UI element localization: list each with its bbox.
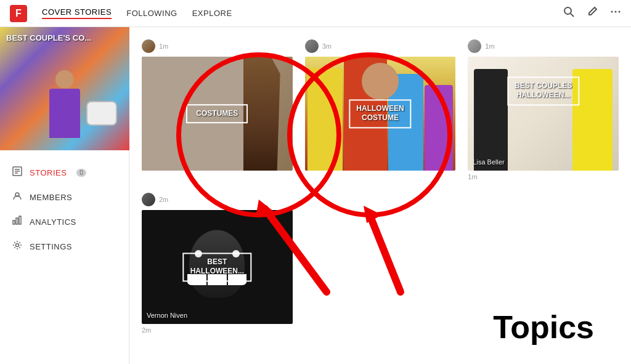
sidebar-item-settings[interactable]: SETTINGS [0,234,129,259]
sidebar-menu: STORIES 0 MEMBERS [0,150,129,269]
story-card-halloween[interactable]: 3m HALLOWEEN COSTUME [305,39,456,180]
time-costumes: 1m [159,42,168,50]
search-button[interactable] [563,6,574,20]
story-card-best-couples[interactable]: 1m BEST COUPLES HALLOWEEN... Lisa Beller… [468,39,619,180]
time-halloween: 3m [322,42,332,50]
edit-button[interactable] [587,6,598,20]
main-content: 1m COSTUMES 3m [129,27,631,364]
thumb-best-halloween: BEST HALLOWEEN... Vernon Niven [142,210,293,324]
sidebar-cover-label: BEST COUPLE'S CO... [6,33,91,42]
analytics-icon [12,216,22,228]
story-grid: 1m COSTUMES 3m [142,39,619,334]
svg-point-13 [16,244,19,247]
label-box-halloween: HALLOWEEN COSTUME [349,99,411,128]
label-box-costumes: COSTUMES [186,104,248,124]
story-meta-best-couples: 1m [468,39,619,53]
stories-label: STORIES [30,168,67,177]
stories-badge: 0 [76,169,86,177]
edit-icon [587,6,598,17]
stories-icon [12,166,22,179]
more-button[interactable] [610,6,621,20]
avatar-halloween [305,39,319,53]
top-nav: F COVER STORIES FOLLOWING EXPLORE [0,0,631,27]
sidebar-item-stories[interactable]: STORIES 0 [0,160,129,185]
layout: BEST COUPLE'S CO... STORIES 0 [0,27,631,364]
nav-explore[interactable]: EXPLORE [192,9,232,18]
more-icon [610,6,621,17]
members-icon [12,191,22,203]
label-box-best-couples: BEST COUPLES HALLOWEEN... [507,76,579,105]
sidebar-item-members[interactable]: MEMBERS [0,185,129,209]
label-box-best-halloween: BEST HALLOWEEN... [183,253,251,281]
story-meta-halloween: 3m [305,39,456,53]
time-below-best-halloween: 2m [142,326,293,334]
svg-line-1 [571,14,574,17]
story-label-best-halloween: BEST HALLOWEEN... [190,257,244,277]
story-meta-costumes: 1m [142,39,293,53]
svg-point-0 [564,7,571,14]
thumb-halloween: HALLOWEEN COSTUME [305,57,456,171]
svg-point-4 [619,11,621,13]
svg-point-2 [611,11,613,13]
settings-label: SETTINGS [30,242,72,251]
svg-rect-11 [16,218,18,224]
sidebar-cover: BEST COUPLE'S CO... [0,27,129,150]
story-card-costumes[interactable]: 1m COSTUMES [142,39,293,180]
svg-rect-12 [19,216,21,224]
time-best-couples: 1m [485,42,494,50]
members-label: MEMBERS [30,193,72,202]
time-below-best-couples: 1m [468,173,619,180]
svg-point-3 [615,11,617,13]
author-best-halloween: Vernon Niven [147,312,187,319]
avatar-costumes [142,39,155,53]
story-card-best-halloween[interactable]: 2m [142,193,293,334]
avatar-best-halloween [142,193,155,206]
flipboard-logo[interactable]: F [10,5,27,22]
story-label-best-couples: BEST COUPLES HALLOWEEN... [515,81,572,100]
nav-icons [563,6,621,20]
svg-rect-10 [13,220,15,224]
story-label-halloween: HALLOWEEN COSTUME [356,104,404,123]
author-best-couples: Lisa Beller [473,158,504,166]
story-meta-best-halloween: 2m [142,193,293,206]
settings-icon [12,240,22,253]
thumb-costumes: COSTUMES [142,57,293,171]
analytics-label: ANALYTICS [30,217,76,227]
nav-following[interactable]: FOLLOWING [126,9,177,18]
avatar-best-couples [468,39,481,53]
story-label-costumes: COSTUMES [193,109,240,119]
nav-cover-stories[interactable]: COVER STORIES [42,7,112,19]
time-best-halloween: 2m [159,196,168,203]
thumb-best-couples: BEST COUPLES HALLOWEEN... Lisa Beller [468,57,619,171]
search-icon [563,6,574,17]
sidebar: BEST COUPLE'S CO... STORIES 0 [0,27,129,364]
sidebar-item-analytics[interactable]: ANALYTICS [0,209,129,234]
